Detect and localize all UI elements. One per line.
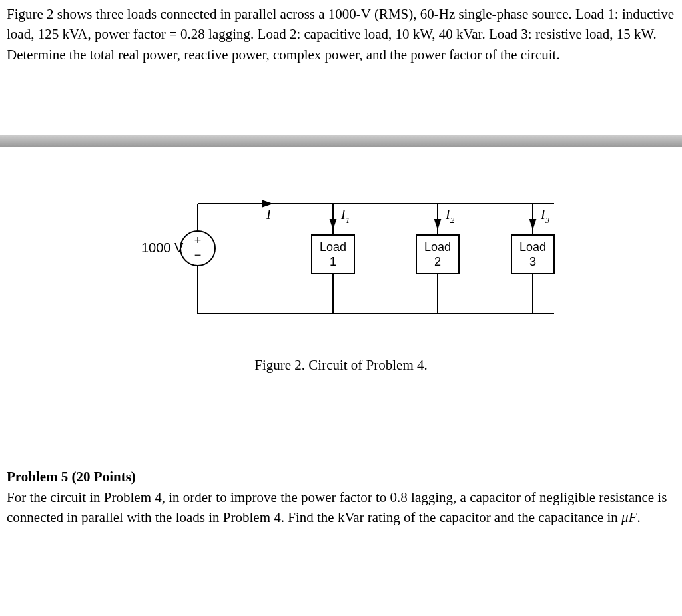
arrow-i3 — [530, 220, 535, 228]
load3-word: Load — [519, 240, 546, 254]
problem4-text: Figure 2 shows three loads connected in … — [7, 6, 674, 63]
source-plus: + — [194, 234, 202, 247]
problem5-text-b: . — [637, 509, 640, 525]
problem5-muF: μF — [621, 509, 637, 525]
figure-2: + − 1000 V Load 1 Load 2 Load 3 — [0, 167, 682, 407]
source-minus: − — [194, 248, 202, 262]
circuit-diagram: + − 1000 V Load 1 Load 2 Load 3 — [88, 167, 594, 340]
load3-num: 3 — [529, 255, 536, 268]
figure-caption: Figure 2. Circuit of Problem 4. — [0, 355, 682, 375]
source-voltage-label: 1000 V — [141, 240, 184, 255]
problem5-text: For the circuit in Problem 4, in order t… — [7, 487, 675, 528]
load1-num: 1 — [330, 255, 336, 268]
problem5: Problem 5 (20 Points) For the circuit in… — [0, 467, 682, 534]
label-i1: I1 — [340, 207, 350, 225]
problem5-text-a: For the circuit in Problem 4, in order t… — [7, 489, 667, 525]
current-arrows — [263, 201, 535, 228]
arrow-i2 — [435, 220, 440, 228]
label-i2: I2 — [445, 207, 455, 225]
arrow-i — [263, 201, 271, 206]
problem4-statement: Figure 2 shows three loads connected in … — [0, 0, 682, 65]
load2-num: 2 — [434, 255, 441, 268]
label-i3: I3 — [540, 207, 550, 225]
wiring — [198, 204, 554, 314]
label-i: I — [266, 207, 272, 222]
problem5-title: Problem 5 (20 Points) — [7, 467, 675, 487]
separator-bar — [0, 135, 682, 147]
arrow-i1 — [330, 220, 336, 228]
page: Figure 2 shows three loads connected in … — [0, 0, 682, 535]
current-labels: I I1 I2 I3 — [266, 207, 550, 225]
load2-word: Load — [424, 240, 451, 254]
load1-word: Load — [320, 240, 346, 254]
